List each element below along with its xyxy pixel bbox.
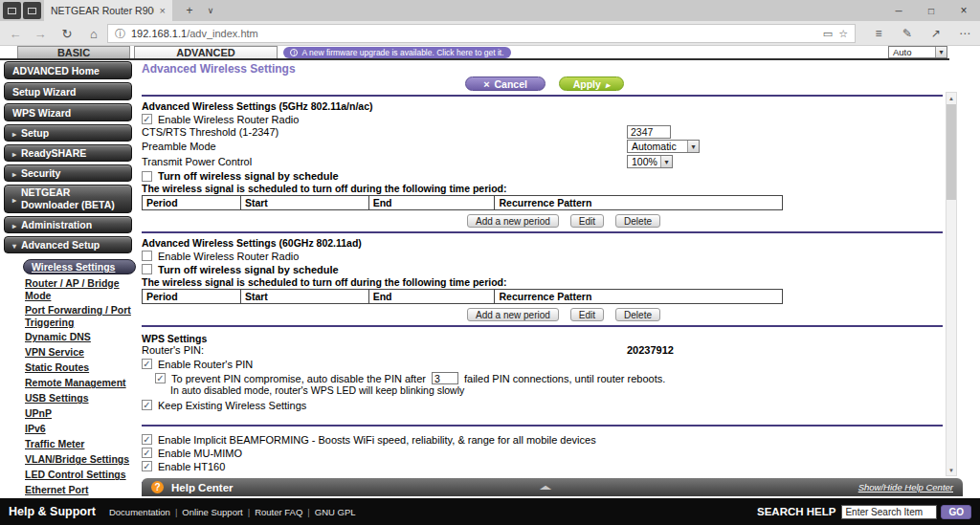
enable-pin-checkbox[interactable] — [142, 359, 152, 369]
schedule-table-5g: Period Start End Recurrence Pattern — [142, 195, 783, 210]
sidebar-item-remote-management[interactable]: Remote Management — [25, 377, 132, 389]
chevron-right-icon — [12, 147, 16, 159]
sidebar-item-wps-wizard[interactable]: WPS Wizard — [4, 103, 132, 121]
go-button[interactable]: GO — [941, 505, 971, 519]
preamble-select[interactable]: Automatic — [627, 140, 700, 153]
auto-disable-pin-row: To prevent PIN compromise, auto disable … — [155, 372, 943, 384]
transmit-power-select[interactable]: 100% — [627, 155, 673, 168]
help-center-bar[interactable]: Help Center Show/Hide Help Center — [142, 478, 963, 496]
sidebar-item-usb-settings[interactable]: USB Settings — [25, 392, 132, 405]
delete-button-60g[interactable]: Delete — [615, 308, 660, 321]
forward-icon[interactable]: → — [29, 24, 52, 43]
apply-arrow-icon — [606, 78, 611, 90]
divider — [142, 95, 943, 97]
enable-pin-row: Enable Router's PIN — [142, 358, 943, 370]
minimize-button[interactable]: ─ — [882, 0, 915, 21]
preamble-row: Preamble Mode Automatic — [142, 140, 943, 155]
reading-view-icon[interactable]: ▭ — [823, 28, 833, 40]
set-tabs-aside-icon[interactable] — [23, 2, 41, 19]
refresh-icon[interactable]: ↻ — [56, 24, 78, 43]
firmware-upgrade-banner[interactable]: ! A new firmware upgrade is available. C… — [283, 47, 511, 58]
sidebar-item-wireless-settings[interactable]: Wireless Settings — [23, 259, 136, 274]
cts-rts-input[interactable] — [627, 125, 671, 139]
tab-preview-icon[interactable] — [3, 2, 21, 19]
divider — [142, 425, 943, 427]
sidebar-item-advanced-home[interactable]: ADVANCED Home — [4, 61, 132, 79]
site-info-icon[interactable]: ⓘ — [115, 27, 125, 41]
edit-button-60g[interactable]: Edit — [570, 308, 604, 321]
home-icon[interactable]: ⌂ — [82, 24, 105, 43]
footer-link-online-support[interactable]: Online Support — [182, 507, 242, 517]
keep-existing-checkbox[interactable] — [142, 400, 152, 410]
collapse-arrow-icon[interactable] — [536, 483, 556, 491]
sidebar-section-readyshare[interactable]: ReadySHARE — [4, 144, 132, 162]
beamforming-checkbox[interactable] — [142, 434, 152, 445]
keep-existing-label: Keep Existing Wireless Settings — [158, 400, 306, 411]
add-period-button-60g[interactable]: Add a new period — [467, 308, 559, 321]
apply-button[interactable]: Apply — [559, 77, 624, 91]
language-select[interactable]: Auto — [888, 46, 947, 58]
url-box[interactable]: ⓘ 192.168.1.1/adv_index.htm ▭ ☆ — [107, 24, 856, 43]
screen: NETGEAR Router R9000 × + ∨ ─ □ × ← → ↻ ⌂… — [0, 0, 980, 525]
show-hide-help-link[interactable]: Show/Hide Help Center — [858, 482, 953, 492]
schedule-off-5g-checkbox[interactable] — [142, 171, 152, 182]
add-period-button-5g[interactable]: Add a new period — [467, 214, 559, 228]
sidebar-item-upnp[interactable]: UPnP — [25, 407, 132, 420]
delete-button-5g[interactable]: Delete — [615, 214, 660, 228]
sidebar-section-security[interactable]: Security — [4, 164, 132, 182]
web-note-pen-icon[interactable]: ✎ — [896, 24, 919, 43]
search-input[interactable] — [841, 505, 937, 519]
search-help-label: SEARCH HELP — [757, 506, 835, 517]
sidebar-item-port-forwarding[interactable]: Port Forwarding / Port Triggering — [25, 304, 132, 328]
footer-link-gnu-gpl[interactable]: GNU GPL — [315, 507, 356, 517]
more-options-icon[interactable]: ⋯ — [953, 24, 976, 43]
table-header-row: Period Start End Recurrence Pattern — [143, 196, 783, 210]
auto-disable-pin-checkbox[interactable] — [155, 373, 166, 383]
sidebar-item-static-routes[interactable]: Static Routes — [25, 361, 132, 374]
enable-radio-5g-checkbox[interactable] — [142, 114, 152, 124]
sidebar-item-ipv6[interactable]: IPv6 — [25, 423, 132, 435]
tab-advanced[interactable]: ADVANCED — [134, 46, 278, 58]
footer-link-router-faq[interactable]: Router FAQ — [255, 507, 302, 517]
schedule-off-60g-checkbox[interactable] — [142, 264, 152, 274]
back-icon[interactable]: ← — [4, 24, 27, 43]
new-tab-button[interactable]: + — [178, 0, 201, 21]
sidebar-item-dynamic-dns[interactable]: Dynamic DNS — [25, 331, 132, 343]
favorite-star-icon[interactable]: ☆ — [838, 28, 848, 40]
browser-tab[interactable]: NETGEAR Router R9000 × — [44, 0, 172, 21]
set-tabs-aside-glyph — [28, 8, 36, 14]
sidebar-section-netgear-downloader[interactable]: NETGEAR Downloader (BETA) — [4, 185, 132, 213]
auto-disable-count-input[interactable] — [432, 372, 458, 384]
sidebar-item-vpn-service[interactable]: VPN Service — [25, 346, 132, 359]
scrollbar-thumb[interactable] — [947, 104, 956, 200]
footer-link-documentation[interactable]: Documentation — [109, 507, 170, 517]
enable-radio-60g-checkbox[interactable] — [142, 251, 152, 261]
sidebar-item-traffic-meter[interactable]: Traffic Meter — [25, 438, 132, 450]
sidebar-item-setup-wizard[interactable]: Setup Wizard — [4, 82, 132, 100]
tab-close-icon[interactable]: × — [160, 5, 166, 16]
tab-list-chevron-icon[interactable]: ∨ — [199, 0, 222, 21]
scroll-down-icon[interactable] — [947, 465, 956, 475]
sidebar-section-administration[interactable]: Administration — [4, 216, 132, 233]
scroll-up-icon[interactable] — [947, 93, 956, 103]
sidebar-section-advanced-setup[interactable]: Advanced Setup — [4, 236, 132, 253]
scrollbar[interactable] — [946, 92, 957, 476]
mumimo-checkbox[interactable] — [142, 448, 152, 458]
hub-icon[interactable]: ≡ — [867, 24, 890, 43]
sidebar-item-led-control-settings[interactable]: LED Control Settings — [25, 469, 132, 481]
cts-rts-row: CTS/RTS Threshold (1-2347) — [142, 125, 943, 140]
apply-label: Apply — [573, 78, 601, 90]
share-icon[interactable]: ↗ — [924, 24, 947, 43]
mumimo-row: Enable MU-MIMO — [142, 447, 943, 459]
sidebar-section-setup[interactable]: Setup — [4, 124, 132, 142]
cancel-button[interactable]: Cancel — [465, 77, 546, 91]
ht160-checkbox[interactable] — [142, 461, 152, 471]
sidebar-item-vlan-bridge-settings[interactable]: VLAN/Bridge Settings — [25, 453, 132, 466]
schedule-buttons-60g: Add a new period Edit Delete — [142, 308, 943, 321]
col-start: Start — [240, 196, 368, 210]
sidebar-item-router-ap-bridge-mode[interactable]: Router / AP / Bridge Mode — [25, 277, 132, 301]
edit-button-5g[interactable]: Edit — [570, 214, 604, 228]
tab-basic[interactable]: BASIC — [17, 46, 130, 58]
maximize-button[interactable]: □ — [915, 0, 947, 21]
close-button[interactable]: × — [947, 0, 980, 21]
